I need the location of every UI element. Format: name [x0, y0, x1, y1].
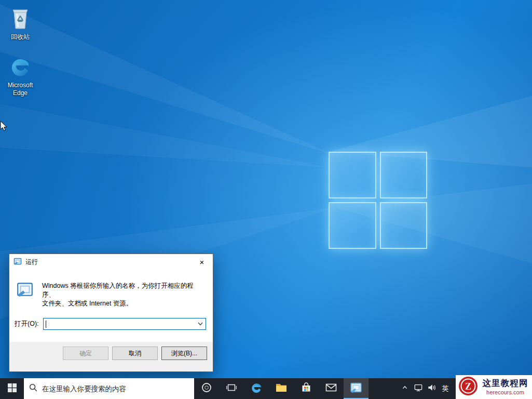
desktop-icon-recycle-bin[interactable]: 回收站: [3, 6, 37, 41]
task-view-button[interactable]: [219, 378, 244, 399]
task-view-icon: [226, 382, 237, 395]
cortana-icon: [201, 382, 212, 395]
run-taskbar-button[interactable]: [344, 378, 369, 399]
mouse-cursor: [0, 121, 8, 135]
run-open-input[interactable]: [44, 318, 195, 329]
windows-logo-pane: [329, 202, 376, 249]
open-label: 打开(O):: [15, 320, 39, 328]
microsoft-store-button[interactable]: [294, 378, 319, 399]
run-dialog: 运行 × Windows 将根据你所输入的名称，为你打开相应的程序、 文件夹、文…: [9, 254, 213, 372]
store-icon: [300, 381, 312, 396]
start-button[interactable]: [0, 378, 24, 399]
file-explorer-button[interactable]: [269, 378, 294, 399]
ime-indicator-label: 英: [442, 384, 449, 393]
close-icon[interactable]: ×: [191, 254, 213, 270]
network-tray-button[interactable]: [412, 378, 425, 399]
search-icon: [29, 383, 38, 394]
chevron-up-icon: [401, 384, 408, 393]
screen: 回收站 Microsoft Edge: [0, 0, 532, 399]
speaker-icon: [427, 382, 437, 395]
run-dialog-title: 运行: [25, 258, 38, 267]
edge-taskbar-button[interactable]: [244, 378, 269, 399]
edge-icon: [250, 381, 263, 396]
chevron-down-icon[interactable]: [195, 318, 206, 329]
desktop-icon-label: Microsoft Edge: [3, 82, 37, 97]
text-caret: [46, 321, 46, 328]
search-input[interactable]: [42, 385, 189, 393]
tray-chevron-up-button[interactable]: [398, 378, 412, 399]
recycle-bin-icon: [3, 6, 37, 32]
windows-logo-pane: [329, 152, 376, 198]
windows-start-icon: [8, 383, 17, 394]
run-dialog-titlebar[interactable]: 运行 ×: [9, 254, 213, 270]
cancel-button[interactable]: 取消: [112, 347, 158, 360]
cortana-button[interactable]: [194, 378, 219, 399]
run-window-icon: [350, 381, 362, 396]
watermark-site-domain: herecours.com: [486, 389, 524, 395]
run-open-combobox[interactable]: [43, 318, 206, 330]
windows-logo-pane: [380, 152, 428, 198]
volume-tray-button[interactable]: [425, 378, 439, 399]
svg-text:Z: Z: [465, 381, 471, 392]
run-dialog-body: Windows 将根据你所输入的名称，为你打开相应的程序、 文件夹、文档或 In…: [9, 270, 213, 308]
folder-icon: [275, 381, 288, 396]
watermark-logo-icon: Z: [458, 376, 479, 398]
run-dialog-description-line1: Windows 将根据你所输入的名称，为你打开相应的程序、: [42, 282, 206, 299]
desktop-icon-microsoft-edge[interactable]: Microsoft Edge: [3, 55, 37, 97]
watermark-site-name: 这里教程网: [483, 379, 528, 388]
mail-icon: [325, 381, 337, 396]
desktop-icon-label: 回收站: [3, 33, 37, 41]
ok-button[interactable]: 确定: [63, 347, 108, 360]
run-icon: [16, 281, 34, 300]
edge-icon: [3, 55, 37, 80]
ime-indicator-button[interactable]: 英: [439, 378, 452, 399]
system-tray: 英: [398, 378, 452, 399]
windows-logo-pane: [380, 202, 428, 249]
run-dialog-title-icon: [13, 257, 22, 267]
browse-button[interactable]: 浏览(B)...: [161, 347, 207, 360]
taskbar-search-box[interactable]: [24, 378, 194, 399]
watermark: Z 这里教程网 herecours.com: [456, 375, 532, 399]
run-dialog-footer: 确定 取消 浏览(B)...: [9, 342, 213, 371]
run-dialog-description: Windows 将根据你所输入的名称，为你打开相应的程序、 文件夹、文档或 In…: [42, 281, 206, 308]
wallpaper-windows-logo: [329, 152, 427, 249]
watermark-text: 这里教程网 herecours.com: [479, 379, 532, 395]
run-dialog-description-line2: 文件夹、文档或 Internet 资源。: [42, 299, 206, 308]
run-open-row: 打开(O):: [9, 318, 213, 330]
network-icon: [413, 382, 424, 395]
taskbar: 英: [0, 378, 532, 399]
mail-button[interactable]: [319, 378, 344, 399]
